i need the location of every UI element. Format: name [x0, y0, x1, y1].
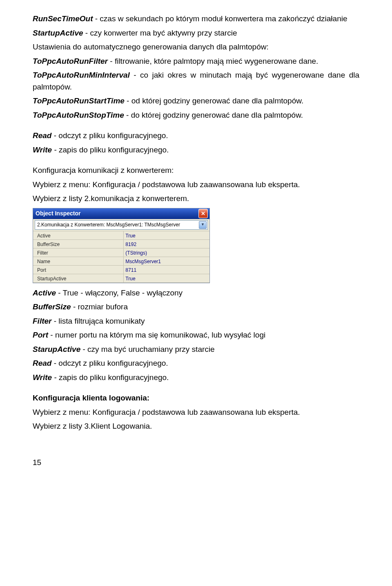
text: - czy konwerter ma być aktywny przy star… [83, 29, 237, 37]
para-write-1: Write - zapis do pliku konfiguracyjnego. [33, 144, 359, 156]
para-toppcautorunstoptime: ToPpcAutoRunStopTime - do której godziny… [33, 110, 359, 121]
text: - lista filtrująca komunikaty [51, 317, 145, 325]
para-settings-intro: Ustawienia do automatycznego generowania… [33, 41, 359, 53]
heading-klient-logowania: Konfiguracja klienta logowania: [33, 392, 359, 404]
table-row[interactable]: Filter (TStrings) [33, 248, 209, 257]
term: ToPpcAutoRunStartTime [33, 96, 125, 105]
text: - odczyt z pliku konfiguracyjnego. [51, 359, 168, 367]
text: - filtrowanie, które palmtopy mają mieć … [108, 57, 318, 65]
prop-name: Port [33, 266, 124, 274]
para-startupactive: StartupActive - czy konwerter ma być akt… [33, 27, 359, 39]
prop-name: Filter [33, 248, 124, 257]
para-wybierz-menu-1: Wybierz z menu: Konfiguracja / podstawow… [33, 179, 359, 191]
para-starupactive: StarupActive - czy ma być uruchamiany pr… [33, 344, 359, 356]
term: Port [33, 331, 48, 339]
text: - zapis do pliku konfiguracyjnego. [52, 145, 169, 154]
term: BufferSize [33, 302, 71, 311]
close-icon[interactable]: ✕ [198, 209, 208, 218]
term: Filter [33, 317, 51, 325]
para-read-1: Read - odczyt z pliku konfiguracyjnego. [33, 130, 359, 142]
term: RunSecTimeOut [33, 14, 93, 23]
para-port: Port - numer portu na którym ma się komu… [33, 329, 359, 341]
text: - rozmiar bufora [71, 302, 128, 311]
prop-value[interactable]: (TStrings) [124, 248, 209, 257]
object-dropdown[interactable]: 2.Komunikacja z Konwerterem: MscMsgServe… [35, 220, 208, 230]
table-row[interactable]: Port 8711 [33, 266, 209, 274]
prop-value[interactable]: True [124, 231, 209, 239]
para-toppcautorunstarttime: ToPpcAutoRunStartTime - od której godzin… [33, 95, 359, 107]
prop-name: StartupActive [33, 274, 124, 282]
term: Read [33, 359, 51, 367]
prop-value[interactable]: 8192 [124, 240, 209, 248]
prop-name: Name [33, 257, 124, 265]
table-row[interactable]: StartupActive True [33, 274, 209, 283]
property-grid: Active True BufferSize 8192 Filter (TStr… [33, 231, 209, 283]
prop-value[interactable]: 8711 [124, 266, 209, 274]
chevron-down-icon[interactable]: ▼ [199, 221, 207, 229]
para-wybierz-listy-1: Wybierz z listy 2.komunikacja z konwerte… [33, 193, 359, 205]
para-wybierz-listy-2: Wybierz z listy 3.Klient Logowania. [33, 420, 359, 432]
text: - czy ma być uruchamiany przy starcie [80, 345, 214, 353]
term: StarupActive [33, 345, 80, 353]
prop-value[interactable]: True [124, 274, 209, 282]
term: Write [33, 373, 52, 382]
para-wybierz-menu-2: Wybierz z menu: Konfiguracja / podstawow… [33, 407, 359, 418]
term: StartupActive [33, 29, 83, 37]
para-write-2: Write - zapis do pliku konfiguracyjnego. [33, 372, 359, 384]
para-konf-komunikacji: Konfiguracja komunikacji z konwerterem: [33, 165, 359, 177]
dropdown-bar: 2.Komunikacja z Konwerterem: MscMsgServe… [33, 219, 209, 231]
term: ToPpcAutoRunStopTime [33, 111, 124, 119]
prop-value[interactable]: MscMsgServer1 [124, 257, 209, 265]
dropdown-text: 2.Komunikacja z Konwerterem: MscMsgServe… [37, 221, 180, 228]
text: - zapis do pliku konfiguracyjnego. [52, 373, 169, 382]
para-filter: Filter - lista filtrująca komunikaty [33, 315, 359, 327]
text: - odczyt z pliku konfiguracyjnego. [51, 131, 168, 140]
page-number: 15 [33, 457, 359, 469]
text: - czas w sekundach po którym moduł konwe… [93, 14, 347, 23]
para-active: Active - True - włączony, False - wyłącz… [33, 287, 359, 299]
text: - od której godziny generować dane dla p… [125, 96, 303, 105]
term: Active [33, 289, 56, 297]
para-toppcautorunmininterval: ToPpcAutoRunMinInterval - co jaki okres … [33, 69, 359, 93]
table-row[interactable]: Active True [33, 231, 209, 240]
text: - numer portu na którym ma się komunikow… [48, 331, 265, 339]
table-row[interactable]: Name MscMsgServer1 [33, 257, 209, 266]
text: - True - włączony, False - wyłączony [56, 289, 183, 297]
para-buffersize: BufferSize - rozmiar bufora [33, 301, 359, 313]
term: Write [33, 145, 52, 154]
titlebar[interactable]: Object Inspector ✕ [33, 208, 209, 219]
para-toppcautorunfilter: ToPpcAutoRunFilter - filtrowanie, które … [33, 56, 359, 67]
prop-name: BufferSize [33, 240, 124, 248]
table-row[interactable]: BufferSize 8192 [33, 240, 209, 248]
window-title: Object Inspector [36, 209, 80, 218]
term: Read [33, 131, 51, 140]
text: - do której godziny generować dane dla p… [124, 111, 303, 119]
term: ToPpcAutoRunMinInterval [33, 71, 130, 79]
para-runsectimeout: RunSecTimeOut - czas w sekundach po któr… [33, 13, 359, 25]
term: ToPpcAutoRunFilter [33, 57, 108, 65]
object-inspector-window: Object Inspector ✕ 2.Komunikacja z Konwe… [33, 208, 210, 283]
para-read-2: Read - odczyt z pliku konfiguracyjnego. [33, 358, 359, 369]
prop-name: Active [33, 231, 124, 239]
